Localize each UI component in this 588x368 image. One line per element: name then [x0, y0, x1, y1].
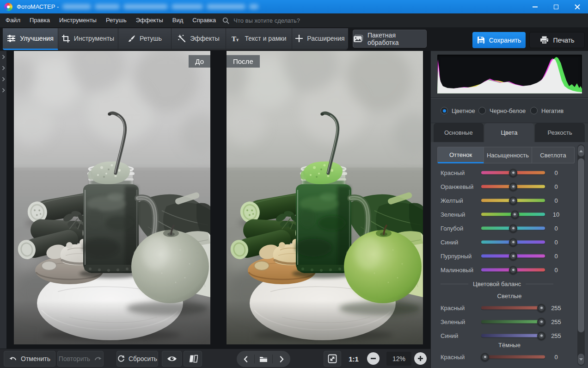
save-button[interactable]: Сохранить [472, 32, 526, 48]
batch-processing-button[interactable]: Пакетная обработка [353, 30, 427, 48]
tab-effects[interactable]: Эффекты [172, 28, 226, 50]
scroll-up-button[interactable] [578, 145, 584, 156]
slider-value: 0 [547, 197, 565, 204]
slider-track[interactable] [481, 356, 545, 359]
menu-effects[interactable]: Эффекты [131, 13, 168, 27]
zoom-in-icon [418, 356, 423, 361]
reset-button[interactable]: Сбросить [116, 351, 158, 367]
blurred-filename [123, 4, 168, 9]
crop-icon [62, 35, 70, 43]
slider-track[interactable] [481, 171, 545, 175]
slider-handle[interactable] [509, 238, 517, 246]
mode-color[interactable]: Цветное [441, 98, 475, 123]
subtab-lightness[interactable]: Светлота [532, 147, 575, 163]
minimize-button[interactable] [524, 0, 545, 13]
top-toolbar: Улучшения Инструменты Ретушь Эффекты Tт … [0, 27, 588, 51]
file-navigation [237, 351, 290, 367]
menu-retouch[interactable]: Ретушь [101, 13, 131, 27]
zoom-out-button[interactable] [367, 352, 380, 365]
subtab-saturation[interactable]: Насыщенность [484, 147, 532, 163]
tab-label: Расширения [307, 35, 344, 42]
slider-handle[interactable] [509, 252, 517, 260]
slider-handle[interactable] [511, 210, 519, 218]
chevron-right-icon[interactable] [2, 66, 5, 70]
next-photo-button[interactable] [273, 351, 290, 367]
slider-handle[interactable] [509, 182, 517, 191]
scrollbar-thumb[interactable] [578, 158, 584, 332]
after-photo[interactable]: После [227, 51, 423, 344]
split-view-icon [188, 355, 198, 363]
slider-handle[interactable] [481, 353, 489, 361]
chevron-right-icon[interactable] [2, 77, 5, 81]
previous-photo-button[interactable] [237, 351, 254, 367]
slider-value: 0 [547, 225, 565, 232]
split-view-button[interactable] [184, 351, 202, 367]
chevron-right-icon[interactable] [2, 88, 5, 93]
radio-icon [478, 107, 486, 114]
zoom-level: 12% [386, 352, 411, 366]
chevron-right-icon[interactable] [2, 55, 5, 59]
undo-button[interactable]: Отменить [4, 351, 55, 367]
color-balance-title: Цветовой баланс [473, 281, 521, 287]
slider-handle[interactable] [509, 266, 517, 274]
color-mode-section: Цветное Черно-белое Негатив [431, 98, 588, 123]
tab-sharpness[interactable]: Резкость [535, 123, 585, 142]
panel-scrollbar [577, 144, 585, 366]
redo-button[interactable]: Повторить [57, 351, 104, 367]
fit-to-screen-button[interactable] [324, 351, 341, 367]
tab-basic[interactable]: Основные [434, 123, 484, 142]
tab-enhancements[interactable]: Улучшения [3, 28, 58, 50]
menu-edit[interactable]: Правка [25, 13, 55, 27]
slider-handle[interactable] [509, 168, 517, 177]
preview-original-button[interactable] [162, 351, 182, 367]
maximize-button[interactable] [545, 0, 567, 13]
smoothie-photo-before [14, 51, 210, 344]
tab-retouch[interactable]: Ретушь [118, 28, 172, 50]
highlights-header: Светлые [431, 293, 588, 299]
slider-track[interactable] [481, 227, 545, 230]
tab-extensions[interactable]: Расширения [292, 28, 348, 50]
slider-track[interactable] [481, 241, 545, 244]
slider-label: Желтый [441, 197, 463, 204]
slider-track[interactable] [481, 268, 545, 272]
slider-label: Оранжевый [441, 183, 473, 190]
slider-row-shadows-red: Красный0 [431, 350, 588, 364]
mode-black-white[interactable]: Черно-белое [478, 98, 526, 123]
slider-handle[interactable] [537, 304, 545, 312]
slider-handle[interactable] [509, 224, 517, 232]
slider-track[interactable] [481, 334, 545, 337]
search-input[interactable] [233, 17, 334, 25]
subtab-hue[interactable]: Оттенок [437, 147, 484, 163]
maximize-icon [554, 5, 558, 9]
slider-label: Малиновый [441, 267, 473, 274]
menu-file[interactable]: Файл [0, 13, 25, 27]
slider-track[interactable] [481, 320, 545, 324]
tab-text-frames[interactable]: Tт Текст и рамки [226, 28, 292, 50]
radio-icon [530, 107, 538, 114]
slider-track[interactable] [481, 255, 545, 258]
window-controls [524, 0, 588, 13]
print-button[interactable]: Печать [529, 32, 585, 48]
slider-track[interactable] [481, 306, 545, 310]
histogram-section [431, 51, 588, 98]
menu-help[interactable]: Справка [188, 13, 220, 27]
slider-handle[interactable] [537, 318, 545, 326]
actual-size-button[interactable]: 1:1 [344, 351, 363, 367]
slider-track[interactable] [481, 213, 545, 216]
scroll-down-button[interactable] [578, 354, 584, 365]
slider-handle[interactable] [509, 196, 517, 205]
menu-tools[interactable]: Инструменты [55, 13, 101, 27]
open-folder-button[interactable] [255, 351, 272, 367]
mode-negative[interactable]: Негатив [530, 98, 564, 123]
zoom-in-button[interactable] [414, 352, 427, 365]
before-photo[interactable]: До [14, 51, 210, 344]
slider-value: 10 [547, 211, 565, 218]
slider-handle[interactable] [537, 331, 545, 340]
close-button[interactable] [567, 0, 588, 13]
slider-track[interactable] [481, 185, 545, 188]
slider-track[interactable] [481, 199, 545, 202]
menu-view[interactable]: Вид [168, 13, 188, 27]
tab-colors[interactable]: Цвета [484, 123, 534, 142]
tab-tools[interactable]: Инструменты [58, 28, 118, 50]
reset-label: Сбросить [129, 355, 157, 362]
